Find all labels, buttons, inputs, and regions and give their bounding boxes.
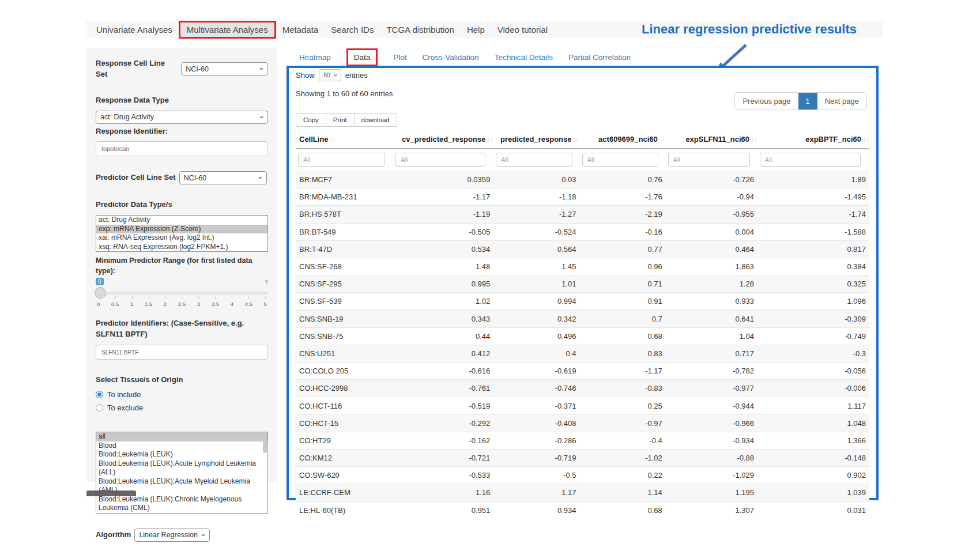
tissue-option[interactable]: Blood:Leukemia (LEUK)	[96, 450, 267, 459]
table-row: CNS:SF-5391.020.9940.910.9331.096	[296, 293, 869, 310]
nav-item-video-tutorial[interactable]: Video tutorial	[491, 22, 554, 37]
predictor-data-type-option[interactable]: xsq: RNA-seq Expression (log2 FPKM+1.)	[96, 243, 267, 252]
numeric-value: -0.286	[493, 432, 579, 449]
column-header-cellline[interactable]: CellLine↓↑	[296, 130, 393, 149]
numeric-value: 1.14	[580, 484, 666, 501]
response-data-type-select[interactable]: act: Drug Activity	[96, 111, 268, 124]
column-filter-input-cv_predicted_response[interactable]	[395, 153, 485, 167]
column-header-cv_predicted_response[interactable]: cv_predicted_response↓↑	[393, 130, 493, 149]
nav-item-help[interactable]: Help	[461, 22, 491, 37]
tissue-option[interactable]: all	[96, 432, 267, 441]
response-cell-line-set-select[interactable]: NCI-60	[181, 62, 268, 76]
numeric-value: -0.761	[393, 380, 493, 397]
numeric-value: -1.17	[393, 188, 493, 206]
predictor-identifiers-input[interactable]: SLFN11 BPTF	[96, 345, 268, 360]
nav-item-univariate-analyses[interactable]: Univariate Analyses	[90, 22, 179, 37]
table-row: BR:HS 578T-1.19-1.27-2.19-0.955-1.74	[296, 206, 869, 223]
radio-selected-icon[interactable]	[96, 391, 103, 398]
cell-line-value: BR:MCF7	[296, 171, 393, 188]
numeric-value: 0.0359	[393, 171, 493, 188]
numeric-value: 0.641	[666, 310, 757, 327]
slider-tick-label: 3.5	[212, 296, 219, 307]
predictor-data-type-option[interactable]: act: Drug Activity	[96, 216, 267, 225]
slider-tick-label: 1	[130, 296, 133, 307]
slider-tick-label: 5	[264, 296, 267, 307]
table-row: CNS:U2510.4120.40.830.717-0.3	[296, 345, 869, 362]
sort-icon: ↓↑	[487, 136, 492, 143]
numeric-value: -0.94	[666, 188, 757, 206]
page-length-select[interactable]: 60	[319, 69, 341, 81]
predictor-identifiers-label: Predictor Identifiers: (Case-Sensitive, …	[96, 318, 268, 340]
tab-data[interactable]: Data	[346, 48, 378, 66]
filter-cell	[757, 149, 869, 171]
nav-item-multivariate-analyses[interactable]: Multivariate Analyses	[179, 21, 276, 39]
slider-value-badge: 0	[96, 278, 104, 285]
results-tabs: HeatmapDataPlotCross-ValidationTechnical…	[299, 48, 631, 66]
nav-item-tcga-distribution[interactable]: TCGA distribution	[380, 22, 461, 37]
numeric-value: 0.534	[393, 240, 493, 258]
numeric-value: -0.749	[757, 327, 869, 345]
numeric-value: 1.02	[393, 293, 493, 310]
numeric-value: -0.162	[393, 432, 493, 449]
column-filter-input-expslfn11_nci60[interactable]	[668, 153, 750, 167]
export-buttons: CopyPrintdownload	[296, 113, 876, 127]
column-header-expslfn11_nci60[interactable]: expSLFN11_nci60↓↑	[666, 130, 757, 149]
column-filter-input-act609699_nci60[interactable]	[582, 153, 659, 167]
page-number-button[interactable]: 1	[798, 93, 817, 110]
numeric-value: 0.83	[580, 345, 666, 362]
column-header-predicted_response[interactable]: predicted_response↓↑	[493, 130, 579, 149]
tab-technical-details[interactable]: Technical Details	[495, 53, 553, 62]
results-panel: Show 60 entries Showing 1 to 60 of 60 en…	[287, 66, 879, 500]
next-page-button[interactable]: Next page	[817, 93, 866, 110]
numeric-value: -0.408	[493, 414, 579, 432]
column-header-expbptf_nci60[interactable]: expBPTF_nci60↓↑	[757, 130, 869, 149]
numeric-value: 0.4	[493, 345, 579, 362]
listbox-scrollbar[interactable]	[263, 433, 267, 453]
print-button[interactable]: Print	[326, 113, 355, 127]
filter-cell	[296, 149, 393, 171]
radio-unselected-icon[interactable]	[96, 404, 103, 412]
numeric-value: 0.994	[493, 293, 579, 310]
tab-heatmap[interactable]: Heatmap	[299, 53, 331, 62]
tab-partial-correlation[interactable]: Partial Correlation	[568, 53, 631, 62]
results-table: CellLine↓↑cv_predicted_response↓↑predict…	[296, 130, 869, 519]
numeric-value: -0.83	[580, 380, 666, 397]
numeric-value: 1.48	[393, 258, 493, 275]
numeric-value: -0.371	[493, 397, 579, 414]
predictor-data-types-listbox[interactable]: act: Drug Activityexp: mRNA Expression (…	[96, 215, 268, 252]
cell-line-value: CNS:U251	[296, 345, 393, 362]
tissue-radio-label: To include	[107, 390, 141, 399]
numeric-value: -2.19	[580, 206, 666, 223]
algorithm-select[interactable]: Linear Regression	[134, 529, 209, 542]
entries-label: entries	[345, 71, 368, 80]
tissue-option[interactable]: Blood	[96, 441, 267, 451]
numeric-value: -0.88	[666, 450, 757, 467]
nav-item-metadata[interactable]: Metadata	[276, 22, 325, 37]
tissue-option[interactable]: Blood:Leukemia (LEUK):Chronic Myelogenou…	[96, 495, 267, 513]
tab-cross-validation[interactable]: Cross-Validation	[423, 53, 479, 62]
numeric-value: 0.951	[393, 501, 493, 519]
tab-plot[interactable]: Plot	[393, 53, 406, 62]
predictor-cell-line-set-select[interactable]: NCI-60	[179, 171, 267, 184]
predictor-data-type-option[interactable]: exp: mRNA Expression (Z-Score)	[96, 225, 267, 234]
response-identifier-input[interactable]: topotecan	[96, 141, 268, 156]
predictor-data-type-option[interactable]: xai: mRNA Expression (Avg. log2 Int.)	[96, 233, 267, 243]
column-header-act609699_nci60[interactable]: act609699_nci60↓↑	[580, 130, 666, 149]
column-filter-input-cellline[interactable]	[298, 153, 385, 167]
numeric-value: -0.16	[580, 223, 666, 240]
slider-track[interactable]	[96, 292, 268, 295]
previous-page-button[interactable]: Previous page	[735, 93, 798, 110]
column-filter-input-expbptf_nci60[interactable]	[760, 153, 861, 167]
tissue-origin-listbox[interactable]: allBloodBlood:Leukemia (LEUK)Blood:Leuke…	[96, 432, 268, 514]
download-button[interactable]: download	[355, 113, 397, 127]
numeric-value: -1.18	[493, 188, 579, 206]
copy-button[interactable]: Copy	[296, 113, 326, 127]
tissue-option[interactable]: Blood:Leukemia (LEUK):Acute Lymphoid Leu…	[96, 459, 267, 477]
cell-line-value: BR:HS 578T	[296, 206, 393, 223]
numeric-value: -0.533	[393, 467, 493, 484]
column-filter-input-predicted_response[interactable]	[496, 153, 572, 167]
nav-item-search-ids[interactable]: Search IDs	[325, 22, 380, 37]
cell-line-value: CNS:SF-268	[296, 258, 393, 275]
numeric-value: 0.902	[757, 467, 869, 484]
sort-icon: ↓↑	[751, 136, 756, 143]
